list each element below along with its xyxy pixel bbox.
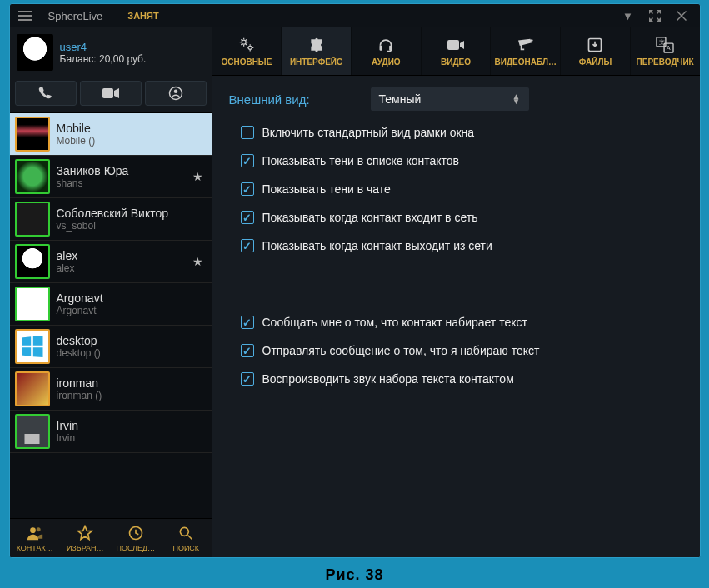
checkbox-row: Показывать когда контакт входит в сеть — [241, 211, 683, 224]
star-icon: ★ — [192, 170, 203, 183]
contact-sub: alex — [57, 262, 186, 274]
contact-name: Соболевский Виктор — [57, 207, 207, 220]
checkbox-row: Воспроизводить звук набора текста контак… — [241, 372, 683, 386]
contact-sub: Argonavt — [57, 305, 207, 316]
contact-sub: shans — [57, 177, 186, 189]
checkbox-row: Сообщать мне о том, что контакт набирает… — [241, 316, 683, 329]
checkbox[interactable] — [241, 372, 254, 386]
contact-name: Заников Юра — [57, 164, 186, 177]
svg-text:A: A — [667, 44, 671, 52]
checkbox-label: Показывать когда контакт входит в сеть — [262, 211, 478, 224]
svg-rect-0 — [102, 88, 113, 98]
checkbox[interactable] — [241, 126, 254, 139]
bottom-tab-search[interactable]: ПОИСК — [161, 519, 212, 557]
checkbox[interactable] — [241, 182, 254, 196]
contact-name: desktop — [57, 334, 207, 347]
figure-caption: Рис. 38 — [325, 566, 383, 584]
checkbox[interactable] — [241, 154, 254, 167]
checkbox[interactable] — [241, 211, 254, 224]
fullscreen-icon[interactable] — [645, 6, 665, 26]
contact-row[interactable]: Mobile Mobile () — [10, 113, 212, 156]
checkbox-label: Отправлять сообщение о том, что я набира… — [262, 344, 540, 357]
contact-sub: vs_sobol — [57, 220, 207, 232]
contact-row[interactable]: desktop desktop () — [10, 326, 212, 368]
checkbox-row: Включить стандартный вид рамки окна — [241, 126, 683, 139]
bottom-tab-contacts[interactable]: КОНТАК… — [10, 519, 61, 557]
btab-label: КОНТАК… — [17, 544, 53, 552]
theme-select[interactable]: Темный ▲▼ — [371, 87, 529, 111]
tab-label: ВИДЕО — [439, 57, 472, 67]
menu-icon[interactable] — [18, 6, 38, 26]
user-avatar[interactable] — [17, 34, 53, 71]
status-text: ЗАНЯТ — [127, 11, 158, 21]
svg-point-2 — [173, 90, 177, 94]
close-icon[interactable] — [672, 6, 692, 26]
clock-icon — [127, 524, 144, 542]
search-icon — [177, 524, 194, 542]
dropdown-icon[interactable]: ▼ — [618, 6, 638, 26]
checkbox-label: Сообщать мне о том, что контакт набирает… — [262, 316, 527, 329]
titlebar: SphereLive ЗАНЯТ ▼ — [10, 4, 700, 27]
svg-rect-10 — [389, 46, 392, 51]
checkbox-row: Показывать тени в списке контактов — [241, 154, 683, 167]
checkbox-row: Показывать тени в чате — [241, 182, 683, 196]
camera-icon — [447, 36, 465, 54]
svg-point-3 — [30, 527, 36, 533]
user-box: user4 Баланс: 20,00 руб. — [10, 27, 212, 77]
settings-tab-camera[interactable]: ВИДЕО — [422, 27, 492, 75]
tab-label: ИНТЕРФЕЙС — [288, 57, 344, 67]
contacts-icon — [27, 524, 43, 542]
translate-icon: 文A — [656, 36, 674, 54]
video-button[interactable] — [80, 81, 142, 106]
profile-button[interactable] — [145, 81, 207, 106]
contact-row[interactable]: Irvin Irvin — [10, 411, 212, 453]
settings-tab-headset[interactable]: АУДИО — [352, 27, 422, 75]
contact-avatar — [15, 414, 50, 449]
tab-label: ВИДЕОНАБЛ… — [493, 57, 558, 67]
svg-point-4 — [36, 527, 40, 531]
checkbox[interactable] — [241, 344, 254, 357]
contact-row[interactable]: Соболевский Виктор vs_sobol — [10, 198, 212, 241]
checkbox[interactable] — [241, 316, 254, 329]
settings-tab-download[interactable]: ФАЙЛЫ — [561, 27, 631, 75]
settings-tab-translate[interactable]: 文AПЕРЕВОДЧИК — [631, 27, 700, 75]
checkbox-row: Показывать когда контакт выходит из сети — [241, 239, 683, 252]
contact-avatar — [15, 202, 50, 237]
username: user4 — [60, 41, 147, 53]
theme-label: Внешний вид: — [229, 92, 371, 107]
settings-tabs: ОСНОВНЫЕИНТЕРФЕЙСАУДИОВИДЕОВИДЕОНАБЛ…ФАЙ… — [212, 27, 700, 76]
contact-sub: Mobile () — [57, 135, 207, 147]
svg-point-8 — [248, 46, 252, 49]
app-window: SphereLive ЗАНЯТ ▼ user4 Баланс: 20,00 р… — [9, 3, 701, 558]
tab-label: ФАЙЛЫ — [577, 57, 614, 67]
contact-avatar — [15, 159, 50, 194]
contact-sub: desktop () — [57, 347, 207, 359]
contact-row[interactable]: Argonavt Argonavt — [10, 283, 212, 326]
call-button[interactable] — [15, 81, 77, 106]
cctv-icon — [517, 36, 535, 54]
settings-tab-gears[interactable]: ОСНОВНЫЕ — [212, 27, 282, 75]
btab-label: ПОИСК — [172, 544, 199, 552]
checkbox-label: Воспроизводить звук набора текста контак… — [262, 372, 514, 386]
svg-rect-11 — [447, 40, 459, 50]
settings-tab-puzzle[interactable]: ИНТЕРФЕЙС — [282, 27, 352, 75]
contact-sub: ironman () — [57, 390, 207, 401]
sidebar: user4 Баланс: 20,00 руб. Mobile Mobile (… — [10, 27, 212, 557]
settings-tab-cctv[interactable]: ВИДЕОНАБЛ… — [491, 27, 561, 75]
btab-label: ПОСЛЕД… — [116, 544, 155, 552]
checkbox[interactable] — [241, 239, 254, 252]
main-panel: ОСНОВНЫЕИНТЕРФЕЙСАУДИОВИДЕОВИДЕОНАБЛ…ФАЙ… — [212, 27, 700, 557]
contact-avatar — [15, 371, 50, 406]
bottom-tab-star[interactable]: ИЗБРАН… — [60, 519, 111, 557]
contact-row[interactable]: Заников Юра shans ★ — [10, 156, 212, 198]
bottom-tab-clock[interactable]: ПОСЛЕД… — [111, 519, 162, 557]
contact-name: ironman — [57, 376, 207, 390]
contact-name: Argonavt — [57, 292, 207, 305]
contact-avatar — [15, 329, 50, 364]
contact-row[interactable]: ironman ironman () — [10, 368, 212, 411]
contacts-list: Mobile Mobile () Заников Юра shans ★ Соб… — [10, 112, 212, 518]
contact-row[interactable]: alex alex ★ — [10, 241, 212, 283]
contact-name: alex — [57, 249, 186, 262]
svg-point-6 — [181, 527, 189, 536]
checkbox-label: Показывать когда контакт выходит из сети — [262, 239, 492, 252]
